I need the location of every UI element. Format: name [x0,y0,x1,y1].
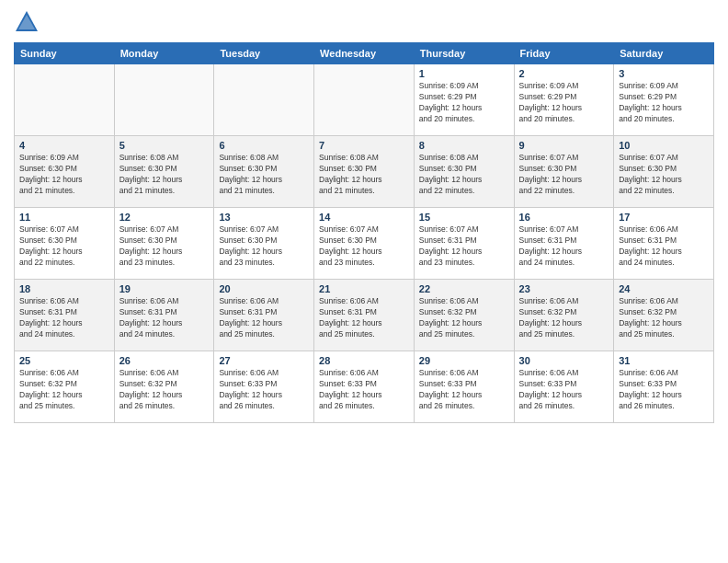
calendar-week-row: 1Sunrise: 6:09 AMSunset: 6:29 PMDaylight… [15,64,714,136]
calendar-cell: 29Sunrise: 6:06 AMSunset: 6:33 PMDayligh… [414,351,514,423]
calendar-cell: 31Sunrise: 6:06 AMSunset: 6:33 PMDayligh… [614,351,714,423]
day-info: Sunrise: 6:08 AMSunset: 6:30 PMDaylight:… [319,153,409,197]
calendar-cell: 5Sunrise: 6:08 AMSunset: 6:30 PMDaylight… [114,136,214,208]
day-info: Sunrise: 6:06 AMSunset: 6:31 PMDaylight:… [319,296,409,340]
header-row: SundayMondayTuesdayWednesdayThursdayFrid… [15,43,714,64]
day-info: Sunrise: 6:06 AMSunset: 6:32 PMDaylight:… [119,368,210,412]
day-number: 12 [119,212,210,223]
calendar-cell: 28Sunrise: 6:06 AMSunset: 6:33 PMDayligh… [314,351,415,423]
weekday-header: Wednesday [314,43,415,64]
weekday-header: Tuesday [214,43,314,64]
day-number: 3 [619,68,709,79]
day-number: 31 [619,355,709,366]
calendar-header: SundayMondayTuesdayWednesdayThursdayFrid… [15,43,714,64]
logo-icon [14,9,40,35]
calendar-cell: 17Sunrise: 6:06 AMSunset: 6:31 PMDayligh… [614,208,714,280]
day-info: Sunrise: 6:06 AMSunset: 6:33 PMDaylight:… [419,368,509,412]
day-number: 15 [419,212,509,223]
weekday-header: Monday [114,43,214,64]
calendar-cell: 22Sunrise: 6:06 AMSunset: 6:32 PMDayligh… [414,280,514,351]
calendar-cell [314,64,415,136]
weekday-header: Saturday [614,43,714,64]
calendar-cell: 8Sunrise: 6:08 AMSunset: 6:30 PMDaylight… [414,136,514,208]
day-number: 1 [419,68,509,79]
calendar-cell: 26Sunrise: 6:06 AMSunset: 6:32 PMDayligh… [114,351,214,423]
calendar-cell: 2Sunrise: 6:09 AMSunset: 6:29 PMDaylight… [514,64,614,136]
day-number: 23 [519,283,609,294]
page: SundayMondayTuesdayWednesdayThursdayFrid… [0,0,728,563]
day-info: Sunrise: 6:06 AMSunset: 6:31 PMDaylight:… [119,296,210,340]
calendar-cell: 3Sunrise: 6:09 AMSunset: 6:29 PMDaylight… [614,64,714,136]
calendar-week-row: 4Sunrise: 6:09 AMSunset: 6:30 PMDaylight… [15,136,714,208]
day-number: 14 [319,212,409,223]
day-info: Sunrise: 6:07 AMSunset: 6:30 PMDaylight:… [619,153,709,197]
logo [14,9,43,35]
calendar-cell [214,64,314,136]
day-number: 26 [119,355,210,366]
day-info: Sunrise: 6:06 AMSunset: 6:32 PMDaylight:… [619,296,709,340]
calendar-cell: 4Sunrise: 6:09 AMSunset: 6:30 PMDaylight… [15,136,115,208]
calendar-cell [15,64,115,136]
day-info: Sunrise: 6:06 AMSunset: 6:32 PMDaylight:… [19,368,109,412]
day-info: Sunrise: 6:06 AMSunset: 6:33 PMDaylight:… [519,368,609,412]
calendar-cell: 27Sunrise: 6:06 AMSunset: 6:33 PMDayligh… [214,351,314,423]
calendar-cell: 30Sunrise: 6:06 AMSunset: 6:33 PMDayligh… [514,351,614,423]
day-info: Sunrise: 6:06 AMSunset: 6:33 PMDaylight:… [319,368,409,412]
day-number: 28 [319,355,409,366]
day-number: 22 [419,283,509,294]
day-number: 9 [519,140,609,151]
day-info: Sunrise: 6:06 AMSunset: 6:31 PMDaylight:… [619,224,709,269]
calendar-cell: 21Sunrise: 6:06 AMSunset: 6:31 PMDayligh… [314,280,415,351]
day-info: Sunrise: 6:06 AMSunset: 6:31 PMDaylight:… [219,296,309,340]
day-number: 5 [119,140,210,151]
calendar-cell: 25Sunrise: 6:06 AMSunset: 6:32 PMDayligh… [15,351,115,423]
calendar-cell: 10Sunrise: 6:07 AMSunset: 6:30 PMDayligh… [614,136,714,208]
calendar-cell: 18Sunrise: 6:06 AMSunset: 6:31 PMDayligh… [15,280,115,351]
day-info: Sunrise: 6:08 AMSunset: 6:30 PMDaylight:… [219,153,309,197]
day-info: Sunrise: 6:08 AMSunset: 6:30 PMDaylight:… [119,153,210,197]
calendar-cell: 16Sunrise: 6:07 AMSunset: 6:31 PMDayligh… [514,208,614,280]
day-info: Sunrise: 6:07 AMSunset: 6:30 PMDaylight:… [319,224,409,269]
day-number: 8 [419,140,509,151]
day-number: 7 [319,140,409,151]
day-number: 18 [19,283,109,294]
calendar-cell: 7Sunrise: 6:08 AMSunset: 6:30 PMDaylight… [314,136,415,208]
day-info: Sunrise: 6:07 AMSunset: 6:30 PMDaylight:… [219,224,309,269]
day-info: Sunrise: 6:09 AMSunset: 6:29 PMDaylight:… [619,81,709,125]
weekday-header: Sunday [15,43,115,64]
day-info: Sunrise: 6:07 AMSunset: 6:30 PMDaylight:… [19,224,109,269]
calendar-cell: 1Sunrise: 6:09 AMSunset: 6:29 PMDaylight… [414,64,514,136]
day-info: Sunrise: 6:09 AMSunset: 6:29 PMDaylight:… [519,81,609,125]
calendar-week-row: 11Sunrise: 6:07 AMSunset: 6:30 PMDayligh… [15,208,714,280]
weekday-header: Friday [514,43,614,64]
day-info: Sunrise: 6:06 AMSunset: 6:33 PMDaylight:… [219,368,309,412]
day-number: 29 [419,355,509,366]
day-info: Sunrise: 6:09 AMSunset: 6:29 PMDaylight:… [419,81,509,125]
day-number: 24 [619,283,709,294]
calendar-cell: 24Sunrise: 6:06 AMSunset: 6:32 PMDayligh… [614,280,714,351]
calendar-cell: 19Sunrise: 6:06 AMSunset: 6:31 PMDayligh… [114,280,214,351]
calendar-body: 1Sunrise: 6:09 AMSunset: 6:29 PMDaylight… [15,64,714,423]
calendar-cell: 15Sunrise: 6:07 AMSunset: 6:31 PMDayligh… [414,208,514,280]
day-number: 10 [619,140,709,151]
day-number: 6 [219,140,309,151]
day-info: Sunrise: 6:07 AMSunset: 6:31 PMDaylight:… [419,224,509,269]
day-number: 4 [19,140,109,151]
day-info: Sunrise: 6:07 AMSunset: 6:30 PMDaylight:… [119,224,210,269]
day-info: Sunrise: 6:07 AMSunset: 6:30 PMDaylight:… [519,153,609,197]
calendar-cell: 23Sunrise: 6:06 AMSunset: 6:32 PMDayligh… [514,280,614,351]
calendar-cell: 20Sunrise: 6:06 AMSunset: 6:31 PMDayligh… [214,280,314,351]
day-info: Sunrise: 6:08 AMSunset: 6:30 PMDaylight:… [419,153,509,197]
day-number: 11 [19,212,109,223]
calendar-week-row: 18Sunrise: 6:06 AMSunset: 6:31 PMDayligh… [15,280,714,351]
calendar-cell: 11Sunrise: 6:07 AMSunset: 6:30 PMDayligh… [15,208,115,280]
header [14,9,714,35]
day-info: Sunrise: 6:09 AMSunset: 6:30 PMDaylight:… [19,153,109,197]
day-info: Sunrise: 6:06 AMSunset: 6:32 PMDaylight:… [419,296,509,340]
day-number: 16 [519,212,609,223]
calendar-cell: 14Sunrise: 6:07 AMSunset: 6:30 PMDayligh… [314,208,415,280]
weekday-header: Thursday [414,43,514,64]
day-number: 2 [519,68,609,79]
calendar-cell: 9Sunrise: 6:07 AMSunset: 6:30 PMDaylight… [514,136,614,208]
day-number: 21 [319,283,409,294]
